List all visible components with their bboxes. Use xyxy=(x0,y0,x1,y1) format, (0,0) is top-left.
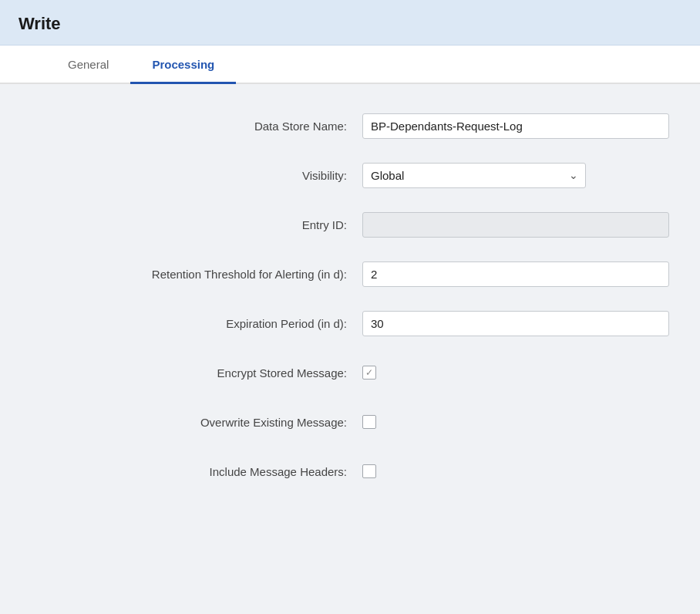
form-row-retention-threshold: Retention Threshold for Alerting (in d): xyxy=(31,260,669,288)
encrypt-stored-checkbox-wrapper: ✓ xyxy=(362,366,669,380)
overwrite-existing-checkbox[interactable] xyxy=(362,415,376,429)
form-row-encrypt-stored: Encrypt Stored Message: ✓ xyxy=(31,359,669,386)
overwrite-existing-checkbox-wrapper xyxy=(362,415,669,429)
expiration-period-input[interactable] xyxy=(362,311,669,336)
include-message-headers-label: Include Message Headers: xyxy=(31,464,362,480)
overwrite-existing-label: Overwrite Existing Message: xyxy=(31,414,362,430)
entry-id-label: Entry ID: xyxy=(31,217,362,233)
retention-threshold-label: Retention Threshold for Alerting (in d): xyxy=(31,266,362,282)
include-message-headers-checkbox[interactable] xyxy=(362,464,376,478)
form-row-expiration-period: Expiration Period (in d): xyxy=(31,309,669,337)
visibility-control: Global Local Private ⌄ xyxy=(362,163,669,188)
visibility-select-wrapper: Global Local Private ⌄ xyxy=(362,163,586,188)
page-title: Write xyxy=(19,14,61,33)
form-row-visibility: Visibility: Global Local Private ⌄ xyxy=(31,161,669,189)
entry-id-control xyxy=(362,212,669,238)
include-message-headers-checkbox-wrapper xyxy=(362,464,669,478)
page-wrapper: Write General Processing Data Store Name… xyxy=(0,0,700,614)
encrypt-stored-label: Encrypt Stored Message: xyxy=(31,365,362,381)
tab-general[interactable]: General xyxy=(46,46,130,84)
data-store-name-control xyxy=(362,113,669,139)
retention-threshold-input[interactable] xyxy=(362,261,669,287)
tab-processing[interactable]: Processing xyxy=(130,46,236,84)
visibility-label: Visibility: xyxy=(31,167,362,184)
retention-threshold-control xyxy=(362,261,669,287)
tab-bar: General Processing xyxy=(0,46,700,84)
include-message-headers-control xyxy=(362,464,669,478)
data-store-name-label: Data Store Name: xyxy=(31,118,362,134)
form-row-data-store-name: Data Store Name: xyxy=(31,112,669,140)
entry-id-input[interactable] xyxy=(362,212,669,238)
expiration-period-label: Expiration Period (in d): xyxy=(31,315,362,332)
form-row-overwrite-existing: Overwrite Existing Message: xyxy=(31,408,669,436)
data-store-name-input[interactable] xyxy=(362,113,669,139)
encrypt-stored-control: ✓ xyxy=(362,366,669,380)
checkmark-icon: ✓ xyxy=(365,368,373,377)
content-area: Data Store Name: Visibility: Global Loca… xyxy=(0,84,700,538)
expiration-period-control xyxy=(362,311,669,336)
page-header: Write xyxy=(0,0,700,46)
overwrite-existing-control xyxy=(362,415,669,429)
encrypt-stored-checkbox[interactable]: ✓ xyxy=(362,366,376,380)
visibility-select[interactable]: Global Local Private xyxy=(362,163,586,188)
form-row-entry-id: Entry ID: xyxy=(31,211,669,238)
form-row-include-message-headers: Include Message Headers: xyxy=(31,457,669,485)
